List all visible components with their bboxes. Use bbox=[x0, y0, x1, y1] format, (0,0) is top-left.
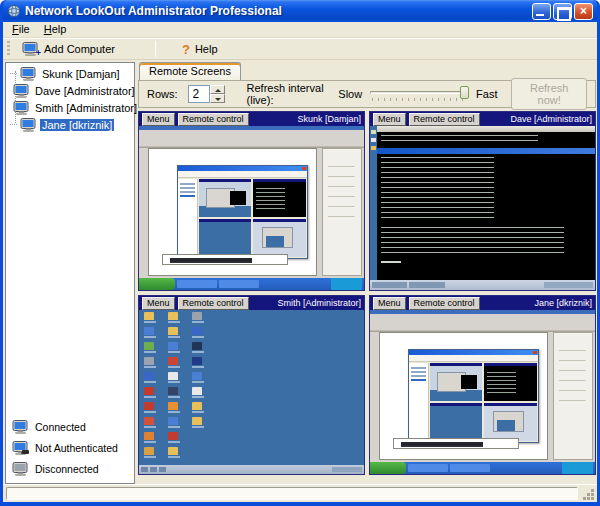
remote-panel-smith: Menu Remote control Smith [Administrator… bbox=[138, 295, 365, 475]
panel-menu-button[interactable]: Menu bbox=[142, 113, 175, 126]
legend-disconnected: Disconnected bbox=[12, 458, 130, 479]
remote-control-button[interactable]: Remote control bbox=[178, 297, 249, 310]
rows-spinner bbox=[188, 85, 225, 103]
remote-background-window bbox=[162, 254, 288, 265]
legend-label: Not Authenticated bbox=[35, 442, 118, 454]
computer-tree: Skunk [Damjan] Dave [Administrator] Smit… bbox=[6, 63, 134, 133]
inner-window-toolbar bbox=[409, 355, 538, 362]
toolbar-help-label: Help bbox=[195, 43, 218, 55]
add-computer-button[interactable]: + Add Computer bbox=[16, 39, 121, 59]
menu-help[interactable]: Help bbox=[37, 22, 74, 37]
remote-control-button[interactable]: Remote control bbox=[178, 113, 249, 126]
remote-screen-thumbnail[interactable] bbox=[370, 126, 595, 290]
panel-menu-button[interactable]: Menu bbox=[373, 113, 406, 126]
tree-item-jane-selected[interactable]: Jane [dkriznik] bbox=[6, 116, 134, 133]
desktop-icon bbox=[168, 447, 178, 460]
slider-thumb[interactable] bbox=[460, 86, 469, 99]
tree-item-smith[interactable]: Smith [Administrator] bbox=[6, 99, 134, 116]
remote-taskbar bbox=[139, 465, 364, 474]
tree-item-dave[interactable]: Dave [Administrator] bbox=[6, 82, 134, 99]
terminal-output bbox=[381, 227, 564, 253]
slider-track[interactable] bbox=[370, 91, 468, 94]
start-button bbox=[370, 462, 406, 474]
add-computer-label: Add Computer bbox=[44, 43, 115, 55]
tree-item-skunk[interactable]: Skunk [Damjan] bbox=[6, 65, 134, 82]
remote-panel-jane: Menu Remote control Jane [dkriznik] bbox=[369, 295, 596, 475]
refresh-interval-slider[interactable] bbox=[370, 84, 468, 104]
toolbar-separator bbox=[155, 41, 156, 57]
app-window: Network LookOut Administrator Profession… bbox=[0, 0, 600, 506]
desktop-icon bbox=[192, 357, 202, 370]
maximize-button[interactable] bbox=[553, 3, 572, 20]
rows-input[interactable] bbox=[188, 85, 210, 103]
disconnected-icon bbox=[12, 462, 29, 476]
remote-desktop-edge bbox=[370, 126, 377, 280]
mini-screen-desktop-2 bbox=[253, 219, 305, 257]
desktop-icon bbox=[168, 327, 178, 340]
remote-background-window bbox=[393, 438, 519, 449]
desktop-icon bbox=[144, 342, 154, 355]
tree-connector bbox=[10, 73, 17, 74]
computer-icon bbox=[20, 118, 37, 132]
mini-screen-terminal bbox=[484, 363, 536, 401]
toolbar-gripper[interactable] bbox=[7, 41, 10, 57]
computer-name: Skunk [Damjan] bbox=[40, 68, 122, 80]
computer-icon bbox=[20, 67, 37, 81]
remote-screen-thumbnail[interactable] bbox=[139, 126, 364, 290]
spin-up-icon[interactable] bbox=[210, 85, 225, 94]
terminal-output bbox=[381, 157, 494, 219]
remote-app-toolbar bbox=[370, 310, 595, 332]
inner-screens-grid bbox=[199, 179, 306, 256]
remote-panel-skunk: Menu Remote control Skunk [Damjan] bbox=[138, 111, 365, 291]
title-bar[interactable]: Network LookOut Administrator Profession… bbox=[3, 0, 597, 22]
taskbar-button bbox=[219, 280, 259, 288]
tab-remote-screens[interactable]: Remote Screens bbox=[139, 62, 241, 80]
spin-down-icon[interactable] bbox=[210, 94, 225, 103]
question-mark-icon: ? bbox=[182, 42, 190, 57]
close-button[interactable]: × bbox=[574, 3, 593, 20]
taskbar-button bbox=[177, 280, 217, 288]
remote-screen-thumbnail[interactable] bbox=[139, 310, 364, 474]
remote-control-button[interactable]: Remote control bbox=[409, 297, 480, 310]
mini-screen-desktop bbox=[199, 179, 251, 217]
inner-window-toolbar bbox=[178, 171, 307, 178]
desktop-icon bbox=[168, 372, 178, 385]
menu-file[interactable]: File bbox=[5, 22, 37, 37]
remote-task-pane bbox=[322, 148, 363, 276]
terminal-window bbox=[377, 126, 595, 280]
rows-label: Rows: bbox=[147, 88, 178, 100]
mini-screen-terminal bbox=[253, 179, 305, 217]
terminal-titlebar bbox=[377, 148, 595, 154]
slider-ticks bbox=[372, 98, 466, 101]
computer-icon bbox=[13, 84, 30, 98]
remote-taskbar bbox=[370, 280, 595, 290]
desktop-icon bbox=[168, 357, 178, 370]
remote-taskbar bbox=[370, 462, 595, 474]
refresh-now-button[interactable]: Refresh now! bbox=[511, 78, 587, 110]
panel-header: Menu Remote control Skunk [Damjan] bbox=[139, 112, 364, 126]
panel-menu-button[interactable]: Menu bbox=[142, 297, 175, 310]
remote-control-button[interactable]: Remote control bbox=[409, 113, 480, 126]
desktop-icon bbox=[168, 387, 178, 400]
tab-strip: Remote Screens bbox=[138, 62, 596, 81]
panel-computer-name: Dave [Administrator] bbox=[510, 114, 592, 124]
resize-grip[interactable] bbox=[581, 487, 595, 501]
panel-menu-button[interactable]: Menu bbox=[373, 297, 406, 310]
terminal-prompt bbox=[381, 261, 401, 263]
mini-screen-blue-desktop bbox=[199, 219, 251, 257]
desktop-icon bbox=[144, 417, 154, 430]
remote-inner-window bbox=[177, 165, 308, 258]
remote-inner-window bbox=[408, 349, 539, 442]
minimize-button[interactable] bbox=[532, 3, 551, 20]
desktop-icon bbox=[168, 342, 178, 355]
remote-taskbar bbox=[139, 278, 364, 290]
computer-name: Jane [dkriznik] bbox=[40, 119, 114, 131]
desktop-icon bbox=[144, 387, 154, 400]
remote-screen-thumbnail[interactable] bbox=[370, 310, 595, 474]
system-tray bbox=[544, 282, 593, 288]
tree-connector bbox=[10, 124, 17, 125]
panel-header: Menu Remote control Smith [Administrator… bbox=[139, 296, 364, 310]
app-body: File Help + Add Computer ? Help bbox=[3, 22, 597, 502]
toolbar-help-button[interactable]: ? Help bbox=[176, 39, 224, 59]
inner-window-tree bbox=[178, 179, 197, 256]
